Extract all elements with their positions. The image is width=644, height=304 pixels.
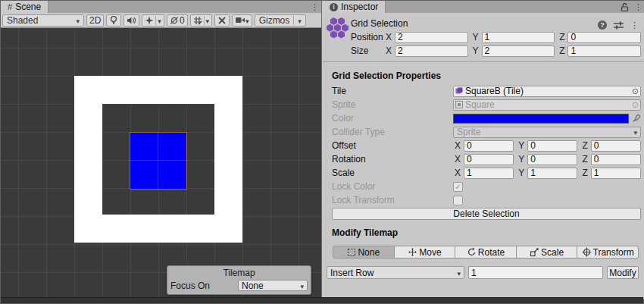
- modify-scale-button[interactable]: Scale: [517, 246, 578, 259]
- rotation-y-input[interactable]: [527, 154, 577, 165]
- focus-on-dropdown[interactable]: None: [238, 280, 308, 291]
- rotation-x-input[interactable]: [464, 154, 514, 165]
- chevron-down-icon: [300, 280, 304, 291]
- axis-y-label: Y: [518, 154, 524, 165]
- modify-transform-button[interactable]: Transform: [577, 246, 639, 259]
- scene-menu-kebab-icon[interactable]: [311, 2, 319, 12]
- checkmark-icon: ✓: [455, 183, 461, 191]
- tab-scene[interactable]: # Scene: [1, 1, 48, 13]
- modify-rotate-label: Rotate: [478, 247, 505, 258]
- modify-move-button[interactable]: Move: [395, 246, 456, 259]
- axis-z-label: Z: [582, 168, 587, 178]
- shading-mode-label: Shaded: [7, 15, 38, 26]
- unity-window: # Scene Shaded 2D: [0, 0, 644, 304]
- size-z-input[interactable]: [567, 45, 641, 57]
- scene-tabbar: # Scene: [1, 1, 321, 13]
- grid-selection-icon: [327, 17, 349, 39]
- grid-selection-properties-title: Grid Selection Properties: [332, 71, 441, 81]
- position-z-input[interactable]: [567, 32, 641, 43]
- gizmos-dropdown[interactable]: Gizmos: [255, 14, 306, 27]
- eye-slash-icon: [170, 16, 180, 25]
- size-x-input[interactable]: [395, 45, 468, 57]
- scale-y-input[interactable]: [527, 168, 577, 179]
- camera-icon: [235, 16, 245, 24]
- focus-on-label: Focus On: [170, 280, 210, 291]
- position-x-input[interactable]: [395, 32, 468, 43]
- axis-z-label: Z: [582, 154, 587, 165]
- axis-y-label: Y: [473, 45, 479, 56]
- lock-color-label: Lock Color: [332, 181, 453, 192]
- inspector-tabbar: i Inspector: [323, 1, 644, 13]
- modify-apply-button[interactable]: Modify: [607, 266, 639, 279]
- scene-audio-button[interactable]: [123, 14, 139, 27]
- modify-rotate-button[interactable]: Rotate: [455, 246, 517, 259]
- speaker-icon: [127, 16, 136, 25]
- transform-icon: [582, 247, 592, 257]
- collider-type-label: Collider Type: [332, 127, 453, 137]
- tab-inspector[interactable]: i Inspector: [323, 1, 386, 13]
- shading-mode-dropdown[interactable]: Shaded: [2, 14, 84, 27]
- modify-operation-dropdown[interactable]: Insert Row: [327, 266, 464, 279]
- axis-z-label: Z: [559, 45, 564, 56]
- scene-tab-label: Scene: [15, 2, 41, 12]
- inspector-tab-label: Inspector: [341, 2, 378, 12]
- axis-z-label: Z: [582, 140, 587, 151]
- chevron-down-icon: [298, 15, 302, 26]
- scene-viewport[interactable]: Tilemap Focus On None: [1, 28, 321, 299]
- color-swatch: [453, 114, 629, 124]
- offset-label: Offset: [332, 140, 453, 151]
- modify-none-button[interactable]: None: [333, 246, 395, 259]
- collider-type-value: Sprite: [457, 127, 480, 137]
- sprite-object-field: Square: [453, 99, 641, 111]
- help-icon[interactable]: ?: [598, 20, 607, 30]
- chevron-down-icon: [206, 15, 210, 26]
- offset-y-input[interactable]: [527, 140, 577, 152]
- scale-x-input[interactable]: [464, 168, 514, 179]
- tile-object-field[interactable]: SquareB (Tile): [453, 86, 641, 97]
- scene-visibility-button[interactable]: 0: [167, 14, 188, 27]
- offset-z-input[interactable]: [591, 140, 641, 152]
- scale-label: Scale: [332, 168, 453, 178]
- scene-camera-dropdown[interactable]: [232, 14, 252, 27]
- scale-icon: [530, 247, 539, 257]
- scene-grid-dropdown[interactable]: [190, 14, 213, 27]
- crossed-tools-icon: [217, 16, 227, 25]
- inspector-menu-kebab-icon[interactable]: [634, 2, 642, 12]
- delete-selection-label: Delete Selection: [453, 208, 519, 219]
- scale-z-input[interactable]: [591, 168, 641, 179]
- rotation-label: Rotation: [332, 154, 453, 165]
- sprite-label: Sprite: [332, 99, 453, 110]
- selected-blue-tiles: [130, 133, 186, 189]
- component-tools-button[interactable]: [214, 14, 230, 27]
- info-icon: i: [330, 3, 338, 11]
- axis-x-label: X: [386, 32, 392, 42]
- scene-effects-dropdown[interactable]: [142, 14, 164, 27]
- toggle-2d-button[interactable]: 2D: [86, 14, 104, 27]
- selection-none-icon: [347, 248, 356, 257]
- inspector-content: Grid Selection ? Position X Y: [323, 13, 644, 299]
- axis-x-label: X: [455, 154, 461, 165]
- chevron-down-icon: [245, 15, 249, 26]
- lock-transform-checkbox: [453, 196, 463, 205]
- overlay-title: Tilemap: [167, 266, 311, 278]
- component-title: Grid Selection: [351, 18, 408, 29]
- eyedropper-icon: [632, 114, 641, 123]
- mode-2d-label: 2D: [89, 15, 101, 26]
- size-y-input[interactable]: [482, 45, 555, 57]
- modify-count-input[interactable]: [468, 266, 603, 279]
- rotate-icon: [467, 247, 477, 257]
- tile-asset-icon: [455, 87, 463, 95]
- scene-lighting-button[interactable]: [106, 14, 121, 27]
- component-kebab-icon[interactable]: [630, 20, 639, 30]
- unlock-icon[interactable]: [621, 2, 629, 12]
- object-picker-icon: [632, 99, 639, 110]
- color-label: Color: [332, 113, 453, 124]
- object-picker-icon[interactable]: [632, 86, 639, 96]
- position-y-input[interactable]: [482, 32, 555, 43]
- offset-x-input[interactable]: [464, 140, 514, 152]
- presets-icon[interactable]: [614, 21, 624, 30]
- lock-color-checkbox: ✓: [453, 182, 463, 192]
- delete-selection-button[interactable]: Delete Selection: [332, 208, 641, 220]
- rotation-z-input[interactable]: [591, 154, 641, 165]
- focus-on-value: None: [242, 280, 264, 291]
